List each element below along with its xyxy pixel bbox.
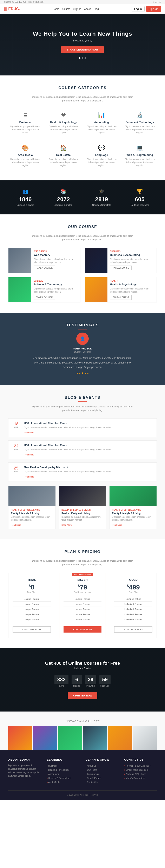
nav-blog[interactable]: Blog (94, 8, 99, 10)
blog-card-text: Dignissim eu quisque nibh phasellus lore… (11, 516, 53, 521)
course-category: Science (34, 280, 78, 282)
pricing-feature: Unique Feature (64, 612, 102, 617)
hero-dot-2[interactable] (82, 57, 83, 59)
teachers-icon: 🏆 (123, 189, 157, 194)
cta-register-button[interactable]: REGISTER NOW (68, 692, 97, 699)
category-item[interactable]: 🔬 Science & Technology Dignissim eu quis… (123, 108, 157, 137)
pricing-btn[interactable]: CONTINUE PLAN (64, 626, 102, 632)
currency-symbol: $ (29, 584, 31, 588)
stat-label: Students Enrolled (46, 204, 80, 206)
courses-title: OUR COURSE (8, 225, 157, 229)
pricing-btn[interactable]: CONTINUE PLAN (12, 626, 51, 632)
accounting-icon: 📊 (87, 112, 117, 119)
language-icon: 💬 (87, 145, 117, 151)
pricing-feature: Unique Feature (12, 617, 51, 622)
linkedin-icon[interactable]: in (159, 1, 161, 3)
instagram-item[interactable] (58, 726, 82, 750)
pricing-feature: Unique Feature (12, 596, 51, 601)
countdown-days: 332 Days (55, 675, 68, 687)
blog-title: BLOG & EVENTS (8, 396, 157, 400)
category-item[interactable]: 💻 Web & Programming Dignissim eu quisque… (123, 142, 157, 170)
nav-about[interactable]: About (84, 8, 91, 10)
pricing-feature: Unique Feature (114, 596, 153, 601)
signup-button[interactable]: Sign Up (146, 6, 161, 12)
blog-card-category: Realty Lifestyle & Living (62, 509, 103, 511)
countdown-hours: 6 Hours (72, 675, 82, 687)
nav-home[interactable]: Home (53, 8, 59, 10)
course-title: Science & Technology (34, 283, 78, 286)
course-category: Web Design (34, 250, 78, 253)
footer-link[interactable]: Contact Us (86, 780, 118, 784)
footer-about-text: Dignissim eu quisque nibh phasellus lore… (8, 764, 41, 778)
category-item[interactable]: 🖥 Business Dignissim eu quisque nibh lor… (8, 108, 42, 137)
countdown-label: Minutes (85, 685, 96, 687)
twitter-icon[interactable]: t (154, 1, 154, 3)
blog-card-title: Realty Lifestyle & Living (112, 512, 154, 515)
category-item[interactable]: 🎨 Art & Media Dignissim eu quisque nibh … (8, 142, 42, 170)
hero-dot-1[interactable] (79, 57, 80, 59)
hero-cta-button[interactable]: START LEARNING NOW (61, 46, 104, 53)
category-item[interactable]: 📊 Accounting Dignissim eu quisque nibh l… (85, 108, 119, 137)
category-item[interactable]: 💬 Language Dignissim eu quisque nibh lor… (85, 142, 119, 170)
testimonial-stars: ★★★★★ (8, 372, 157, 375)
footer-contact-item: Address: 123 Street (124, 772, 157, 776)
nav-course[interactable]: Course (62, 8, 70, 10)
footer-link[interactable]: Art & Media (47, 780, 79, 784)
footer-link[interactable]: Business (47, 764, 79, 768)
footer-link[interactable]: Blog & Events (86, 776, 118, 780)
instagram-item[interactable] (33, 726, 57, 750)
footer-link[interactable]: Science & Technology (47, 776, 79, 780)
pricing-btn[interactable]: CONTINUE PLAN (114, 626, 153, 632)
blog-card-image (8, 486, 56, 506)
courses-subtitle: Dignissim eu quisque nibh phasellus lore… (31, 234, 134, 242)
course-desc: Dignissim eu quisque nibh phasellus lore… (34, 258, 78, 264)
blog-card-category: Realty Lifestyle & Living (112, 509, 154, 511)
footer-link[interactable]: About Us (86, 764, 118, 768)
googleplus-icon[interactable]: g+ (155, 1, 158, 3)
footer-learn-grow: LEARN & GROW About Us Our Team Testimoni… (86, 758, 118, 784)
price-value: 79 (80, 584, 87, 591)
footer-link[interactable]: Testimonials (86, 772, 118, 776)
instagram-item[interactable] (108, 726, 132, 750)
instagram-item[interactable] (83, 726, 107, 750)
course-content: Health Health & Psychology Dignissim eu … (110, 277, 157, 302)
countdown-num: 332 (55, 675, 68, 684)
hero-title: We Help You to Learn New Things (33, 31, 132, 37)
footer-copyright: © 2016 Educ. All Rights Reserved. (8, 790, 157, 796)
hero-dot-3[interactable] (85, 57, 86, 59)
blog-month: Mar (11, 448, 21, 451)
blog-card-readmore[interactable]: Read More (112, 524, 122, 526)
blog-readmore-link[interactable]: Read More (24, 432, 34, 434)
course-btn[interactable]: TAKE A COURSE (110, 295, 132, 300)
footer-link[interactable]: Health & Psychology (47, 768, 79, 772)
category-name: Language (87, 153, 117, 156)
blog-readmore-link[interactable]: Read More (24, 454, 34, 456)
categories-subtitle: Dignissim eu quisque nibh phasellus lore… (31, 95, 134, 102)
course-btn[interactable]: TAKE A COURSE (110, 266, 132, 270)
pricing-feature: Unique Feature (64, 601, 102, 607)
instagram-section: INSTAGRAM GALLERY (0, 712, 165, 750)
course-btn[interactable]: TAKE A COURSE (34, 295, 55, 300)
course-btn[interactable]: TAKE A COURSE (34, 266, 55, 270)
stats-section: 👥 1846 Unique Followers 📚 2072 Students … (0, 180, 165, 214)
facebook-icon[interactable]: f (152, 1, 152, 3)
blog-image-card: Realty Lifestyle & Living Realty Lifesty… (59, 486, 106, 529)
pricing-price: $0 (12, 584, 51, 591)
blog-readmore-link[interactable]: Read More (24, 476, 34, 478)
course-card: Science Science & Technology Dignissim e… (8, 277, 80, 303)
category-item[interactable]: 🏠 Real Estate Dignissim eu quisque nibh … (46, 142, 80, 170)
stat-item: 🏆 605 Certified Teachers (123, 189, 157, 206)
instagram-item[interactable] (133, 726, 157, 750)
pricing-features: Unique Feature Unique Feature Unique Fea… (64, 596, 102, 622)
blog-card-readmore[interactable]: Read More (62, 524, 72, 526)
category-item[interactable]: ❤ Health & Psychology Dignissim eu quisq… (46, 108, 80, 137)
pricing-grid: Trial $0 Free Plan Unique Feature Unique… (8, 573, 157, 638)
testimonials-title: TESTIMONIALS (8, 323, 157, 328)
nav-signin[interactable]: Sign In (73, 8, 81, 10)
footer-about: ABOUT EDUC4 Dignissim eu quisque nibh ph… (8, 758, 41, 784)
instagram-item[interactable] (8, 726, 32, 750)
footer-link[interactable]: Accounting (47, 772, 79, 776)
blog-card-readmore[interactable]: Read More (11, 524, 21, 526)
footer-link[interactable]: Our Team (86, 768, 118, 772)
login-button[interactable]: Log In (132, 6, 144, 12)
